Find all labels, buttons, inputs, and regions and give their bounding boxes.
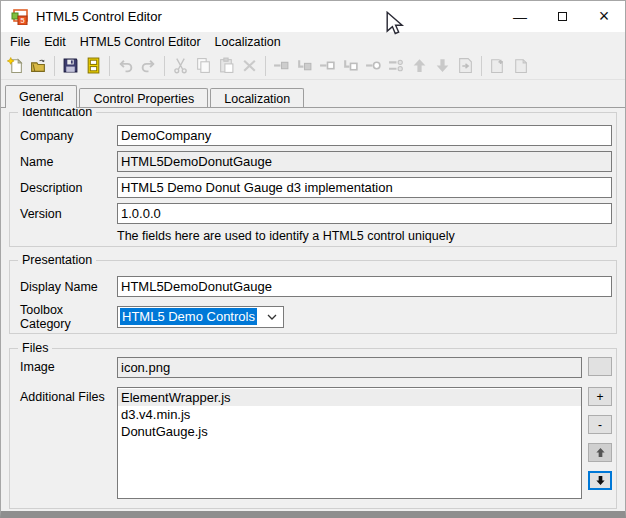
- additional-files-listbox[interactable]: ElementWrapper.js d3.v4.min.js DonutGaug…: [117, 387, 582, 499]
- company-label: Company: [20, 128, 117, 143]
- name-label: Name: [20, 154, 117, 169]
- html5-control-editor-window: 5 HTML5 Control Editor — × File Edit HTM…: [0, 0, 626, 518]
- link-method-icon[interactable]: [362, 54, 385, 78]
- maximize-icon: [558, 12, 567, 21]
- version-input[interactable]: [117, 203, 612, 224]
- chevron-down-icon: [267, 314, 277, 321]
- window-title: HTML5 Control Editor: [36, 9, 499, 24]
- remove-file-button[interactable]: -: [588, 415, 612, 434]
- paste-icon[interactable]: [215, 54, 238, 78]
- menu-item-file[interactable]: File: [3, 33, 37, 51]
- app-icon: 5: [11, 9, 29, 25]
- tab-general[interactable]: General: [5, 85, 77, 107]
- toolbox-category-selected-value: HTML5 Demo Controls: [120, 308, 257, 325]
- version-label: Version: [20, 206, 117, 221]
- move-file-up-button[interactable]: [588, 443, 612, 462]
- company-input[interactable]: [117, 125, 612, 146]
- description-input[interactable]: [117, 177, 612, 198]
- toolbox-category-combobox[interactable]: HTML5 Demo Controls: [117, 306, 284, 328]
- close-button[interactable]: ×: [583, 1, 625, 32]
- mouse-cursor-icon: [385, 11, 405, 37]
- toolbar-separator: [54, 56, 55, 76]
- add-localization-icon[interactable]: [486, 54, 509, 78]
- toolbar: [1, 52, 625, 80]
- menu-bar: File Edit HTML5 Control Editor Localizat…: [1, 32, 625, 52]
- toolbar-separator: [164, 56, 165, 76]
- open-icon[interactable]: [27, 54, 50, 78]
- toolbox-category-label: Toolbox Category: [20, 302, 117, 331]
- tab-divider: [1, 107, 625, 108]
- menu-item-localization[interactable]: Localization: [208, 33, 288, 51]
- move-down-icon[interactable]: [431, 54, 454, 78]
- copy-icon[interactable]: [192, 54, 215, 78]
- link-property-empty-icon[interactable]: [316, 54, 339, 78]
- cut-icon[interactable]: [169, 54, 192, 78]
- move-up-icon[interactable]: [408, 54, 431, 78]
- link-event-icon[interactable]: [293, 54, 316, 78]
- arrow-up-icon: [595, 447, 606, 458]
- presentation-groupbox: Presentation Display Name Toolbox Catego…: [9, 260, 617, 334]
- menu-item-html5-control-editor[interactable]: HTML5 Control Editor: [73, 33, 208, 51]
- export-localization-icon[interactable]: [509, 54, 532, 78]
- presentation-legend: Presentation: [18, 253, 96, 267]
- image-label: Image: [20, 357, 117, 374]
- undo-icon[interactable]: [114, 54, 137, 78]
- files-groupbox: Files Image Additional Files ElementWrap…: [9, 348, 617, 509]
- minimize-button[interactable]: —: [499, 1, 541, 32]
- list-item[interactable]: DonutGauge.js: [118, 423, 581, 440]
- generate-file-icon[interactable]: [454, 54, 477, 78]
- display-name-label: Display Name: [20, 279, 117, 294]
- name-input: [117, 151, 612, 172]
- files-legend: Files: [18, 341, 52, 355]
- identification-groupbox: Identification Company Name Description …: [9, 112, 617, 247]
- list-item[interactable]: ElementWrapper.js: [118, 389, 581, 406]
- tab-localization[interactable]: Localization: [210, 88, 304, 107]
- link-property-icon[interactable]: [270, 54, 293, 78]
- tab-control-properties[interactable]: Control Properties: [79, 88, 208, 107]
- title-bar: 5 HTML5 Control Editor — ×: [1, 1, 625, 32]
- description-label: Description: [20, 180, 117, 195]
- additional-files-label: Additional Files: [20, 387, 117, 404]
- image-input: [117, 357, 582, 378]
- new-document-icon[interactable]: [4, 54, 27, 78]
- tab-strip: General Control Properties Localization: [1, 85, 625, 107]
- list-item[interactable]: d3.v4.min.js: [118, 406, 581, 423]
- redo-icon[interactable]: [137, 54, 160, 78]
- menu-item-edit[interactable]: Edit: [37, 33, 73, 51]
- svg-text:5: 5: [20, 16, 25, 25]
- toolbar-separator: [109, 56, 110, 76]
- maximize-button[interactable]: [541, 1, 583, 32]
- link-list-icon[interactable]: [385, 54, 408, 78]
- delete-icon[interactable]: [238, 54, 261, 78]
- toolbar-separator: [481, 56, 482, 76]
- move-file-down-button[interactable]: [588, 471, 612, 490]
- arrow-down-icon: [595, 475, 606, 486]
- display-name-input[interactable]: [117, 276, 612, 297]
- toolbar-separator: [265, 56, 266, 76]
- image-browse-button[interactable]: [588, 357, 612, 376]
- identification-note: The fields here are used to identify a H…: [117, 229, 612, 243]
- save-icon[interactable]: [59, 54, 82, 78]
- save-control-library-icon[interactable]: [82, 54, 105, 78]
- add-file-button[interactable]: +: [588, 387, 612, 406]
- link-event-empty-icon[interactable]: [339, 54, 362, 78]
